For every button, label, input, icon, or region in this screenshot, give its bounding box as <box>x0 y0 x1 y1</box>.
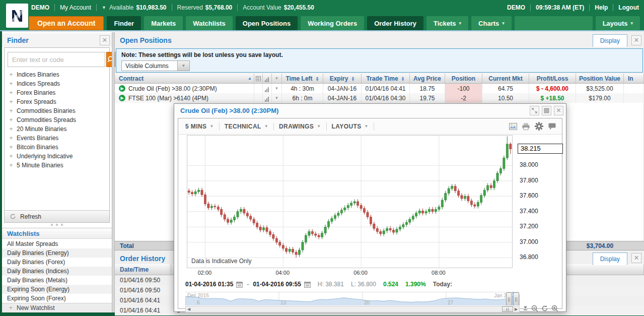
expand-plus-icon[interactable]: + <box>8 153 15 160</box>
search-input[interactable] <box>8 52 105 67</box>
order-history-display-tab[interactable]: Display <box>593 252 627 265</box>
scroll-right-arrow-icon[interactable]: ▶ <box>513 306 519 312</box>
watchlist-item[interactable]: Expiring Soon (Energy) <box>2 285 112 294</box>
caret-cell[interactable]: ▼ <box>272 93 282 103</box>
chart-close-icon[interactable]: ✕ <box>554 106 563 115</box>
popout-button[interactable] <box>542 106 551 115</box>
watchlist-item[interactable]: Daily Binaries (Metals) <box>2 276 112 285</box>
column-header-position-value[interactable]: Position Value <box>576 74 624 84</box>
calendar-icon[interactable] <box>304 281 311 288</box>
navigator-left-handle[interactable] <box>506 292 512 305</box>
nav-tickets[interactable]: Tickets▾ <box>426 16 468 30</box>
grid-cell[interactable] <box>254 84 263 93</box>
watchlist-item[interactable]: Daily Binaries (Energy) <box>2 248 112 258</box>
open-account-button[interactable]: Open an Account <box>29 16 104 30</box>
nav-working-orders[interactable]: Working Orders <box>301 16 364 30</box>
finder-tree-item[interactable]: +Underlying Indicative <box>8 152 106 161</box>
panel-resize-handle[interactable] <box>2 224 112 227</box>
expand-plus-icon[interactable]: + <box>8 116 15 123</box>
print-button[interactable] <box>522 123 530 130</box>
chevron-down-icon[interactable]: ▼ <box>275 86 279 91</box>
maximize-button[interactable] <box>530 106 539 115</box>
help-link[interactable]: Help <box>595 4 608 11</box>
expand-plus-icon[interactable]: + <box>8 71 15 78</box>
column-header-current-mkt[interactable]: Current Mkt <box>482 74 529 84</box>
zoom-out-button[interactable] <box>531 305 538 312</box>
watchlist-item[interactable]: Expiring Soon (Forex) <box>2 294 112 303</box>
nav-charts[interactable]: Charts▾ <box>471 16 512 30</box>
column-header-expiry[interactable]: Expiry▲▼ <box>323 74 362 84</box>
column-header-date-time[interactable]: Date/Time <box>115 264 171 275</box>
column-header-contract[interactable]: Contract▲ <box>115 74 254 84</box>
finder-tree-item[interactable]: +Indices Binaries <box>8 70 106 79</box>
feedback-button[interactable] <box>548 123 556 130</box>
table-row[interactable]: ▶FTSE 100 (Mar) >6140 (4PM)▼6h : 0m04-JA… <box>115 93 644 103</box>
visible-columns-dropdown[interactable]: Visible Columns ▼ <box>121 60 190 71</box>
watchlist-item[interactable]: Daily Binaries (Indices) <box>2 267 112 276</box>
finder-tree-item[interactable]: +Indices Spreads <box>8 79 106 88</box>
column-header-trade-time[interactable]: Trade Time▲▼ <box>362 74 410 84</box>
snapshot-button[interactable] <box>509 123 517 130</box>
order-history-close-icon[interactable]: ✕ <box>631 253 641 263</box>
refresh-button[interactable]: Refresh <box>5 210 109 222</box>
chevron-down-icon[interactable]: ▼ <box>275 96 279 100</box>
finder-tree-item[interactable]: +20 Minute Binaries <box>8 124 106 134</box>
finder-tree-item[interactable]: +Forex Binaries <box>8 88 106 97</box>
range-from-date[interactable]: 01-04-2016 01:35 <box>185 281 233 288</box>
balance-dropdown-caret-icon[interactable]: ▼ <box>102 5 106 10</box>
scrollbar-handle[interactable] <box>502 306 513 312</box>
bar-chart-icon[interactable] <box>265 95 269 102</box>
table-row[interactable]: ▶Crude Oil (Feb) >38.00 (2:30PM)▼4h : 30… <box>115 84 644 93</box>
expand-plus-icon[interactable]: + <box>8 144 15 151</box>
watchlist-item[interactable]: Daily Binaries (Forex) <box>2 258 112 267</box>
column-header-grid-icon[interactable] <box>254 74 263 84</box>
contract-cell[interactable]: ▶FTSE 100 (Mar) >6140 (4PM) <box>115 93 254 103</box>
zoom-in-button[interactable] <box>551 305 558 312</box>
expand-plus-icon[interactable]: + <box>8 125 15 133</box>
finder-close-icon[interactable]: ✕ <box>100 35 110 45</box>
chart-window-titlebar[interactable]: Crude Oil (Feb) >38.00 (2:30PM) ✕ <box>174 104 566 117</box>
nadex-logo[interactable]: N <box>6 4 28 28</box>
open-positions-close-icon[interactable]: ✕ <box>631 35 641 45</box>
column-header-time-left[interactable]: Time Left▲▼ <box>282 74 323 84</box>
caret-cell[interactable]: ▼ <box>272 84 282 93</box>
interval-dropdown[interactable]: 5 MINS▼ <box>185 123 214 130</box>
chart-cell[interactable] <box>263 84 272 93</box>
open-positions-display-tab[interactable]: Display <box>593 34 627 47</box>
finder-tree-item[interactable]: +Commodities Spreads <box>8 115 106 124</box>
column-header-in[interactable]: In <box>624 74 644 84</box>
range-to-date[interactable]: 01-04-2016 09:55 <box>253 281 301 288</box>
navigator-scrollbar[interactable]: ◀ ▶ <box>185 306 520 312</box>
column-header-profit-loss[interactable]: Profit/Loss <box>529 74 576 84</box>
chart-cell[interactable] <box>263 93 272 103</box>
column-header-chart-icon[interactable] <box>263 74 272 84</box>
reset-zoom-button[interactable] <box>541 305 548 312</box>
drawings-dropdown[interactable]: DRAWINGS▼ <box>279 123 321 130</box>
column-header-caret[interactable]: ▼ <box>272 74 282 84</box>
finder-tree-item[interactable]: +Forex Spreads <box>8 97 106 106</box>
navigator-right-handle[interactable] <box>513 292 519 305</box>
finder-tree-item[interactable]: +5 Minute Binaries <box>8 161 106 170</box>
expand-plus-icon[interactable]: + <box>8 98 15 105</box>
nav-order-history[interactable]: Order History <box>367 16 423 30</box>
grid-cell[interactable] <box>254 93 263 103</box>
chart-layouts-dropdown[interactable]: LAYOUTS▼ <box>332 123 369 130</box>
nav-finder[interactable]: Finder <box>107 16 141 30</box>
collapse-navigator-button[interactable] <box>523 305 528 311</box>
logout-link[interactable]: Logout <box>618 4 639 11</box>
layouts-button[interactable]: Layouts ▾ <box>596 16 640 30</box>
nav-open-positions[interactable]: Open Positions <box>236 16 298 30</box>
chart-navigator[interactable]: Dec 2015 Jan 3 61320273 <box>185 292 520 305</box>
expand-plus-icon[interactable]: + <box>8 135 15 142</box>
column-header-avg-price[interactable]: Avg Price <box>410 74 445 84</box>
watchlist-item[interactable]: All Master Spreads <box>2 239 112 248</box>
finder-tree-item[interactable]: +Commodities Binaries <box>8 106 106 115</box>
finder-tree-item[interactable]: +Bitcoin Binaries <box>8 143 106 152</box>
expand-plus-icon[interactable]: + <box>8 80 15 87</box>
column-header-position[interactable]: Position <box>445 74 482 84</box>
expand-plus-icon[interactable]: + <box>8 162 15 169</box>
expand-plus-icon[interactable]: + <box>8 89 15 96</box>
new-watchlist-button[interactable]: + New Watchlist <box>2 303 112 312</box>
technical-dropdown[interactable]: TECHNICAL▼ <box>225 123 268 130</box>
scroll-left-arrow-icon[interactable]: ◀ <box>186 306 192 312</box>
